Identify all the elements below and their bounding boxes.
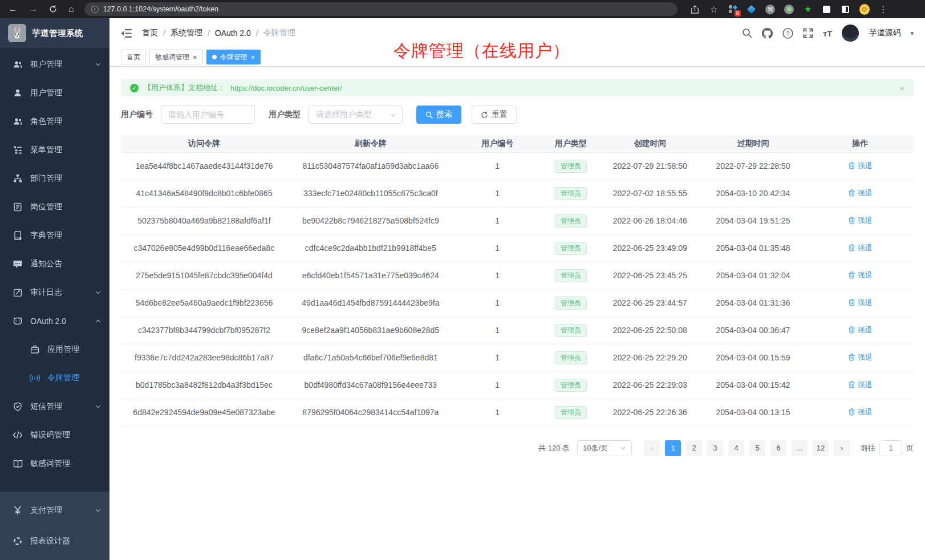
- user-name[interactable]: 芋道源码: [869, 28, 900, 38]
- force-logout-button[interactable]: 强退: [848, 243, 873, 253]
- doc-alert-banner: ✓ 【用户体系】文档地址： https://doc.iocoder.cn/use…: [121, 79, 914, 96]
- tab-1[interactable]: 敏感词管理×: [149, 50, 203, 64]
- sidebar-item-report[interactable]: 报表设计器: [0, 526, 109, 557]
- tab-close-icon[interactable]: ×: [193, 54, 197, 61]
- fullscreen-button[interactable]: [803, 28, 813, 38]
- alert-doc-link[interactable]: https://doc.iocoder.cn/user-center/: [230, 84, 342, 92]
- user-type-badge: 管理员: [555, 379, 587, 392]
- tab-close-icon[interactable]: ×: [251, 54, 255, 61]
- puzzle-extensions-icon[interactable]: [822, 4, 832, 14]
- table-row: 54d6be82ee5a460a9aedc1f9bf22365649d1aa46…: [121, 289, 914, 316]
- sidebar-item-oauth2-app[interactable]: 应用管理: [0, 335, 109, 364]
- page-button-12[interactable]: 12: [813, 440, 829, 456]
- table-row: 502375b8040a469a9b82188afdf6af1fbe90422b…: [121, 207, 914, 234]
- back-button[interactable]: ←: [8, 5, 17, 14]
- force-logout-button[interactable]: 强退: [848, 270, 873, 281]
- reload-button[interactable]: [49, 5, 57, 13]
- sidebar-item-notice[interactable]: 通知公告: [0, 250, 109, 278]
- sidebar-item-dict[interactable]: 字典管理: [0, 221, 109, 250]
- gem-extension-icon[interactable]: [747, 4, 757, 14]
- breadcrumb-item[interactable]: 首页: [142, 28, 158, 38]
- tab-2[interactable]: 令牌管理×: [206, 50, 261, 64]
- sidebar-item-oauth2-token[interactable]: 令牌管理: [0, 364, 109, 392]
- force-logout-button[interactable]: 强退: [848, 325, 873, 335]
- sidebar-fold-button[interactable]: [121, 29, 132, 38]
- trash-icon: [848, 299, 855, 306]
- table-body: 1ea5e44f8bc1467aaede43144f31de76811c5304…: [121, 152, 914, 426]
- page-button-1[interactable]: 1: [665, 440, 681, 456]
- trash-icon: [848, 408, 855, 416]
- user-avatar[interactable]: [842, 25, 859, 42]
- force-logout-button[interactable]: 强退: [848, 407, 873, 417]
- sidebar-item-sms[interactable]: 短信管理: [0, 392, 109, 421]
- sidebar-item-sensitive[interactable]: 敏感词管理: [0, 449, 109, 478]
- search-icon: [742, 28, 752, 38]
- evernote-extension-icon[interactable]: ★: [803, 4, 813, 14]
- sidebar-item-role[interactable]: 角色管理: [0, 107, 109, 136]
- expire-time-cell: 2054-03-04 00:13:15: [700, 399, 807, 426]
- trash-icon: [848, 326, 855, 334]
- page-size-select[interactable]: 10条/页: [577, 440, 632, 456]
- force-logout-button[interactable]: 强退: [848, 188, 873, 198]
- breadcrumb-separator: /: [256, 29, 258, 38]
- browser-profile-avatar[interactable]: ☺: [859, 4, 870, 14]
- expire-time-cell: 2054-03-04 19:51:25: [700, 207, 807, 234]
- page-button-2[interactable]: 2: [686, 440, 702, 456]
- split-screen-icon[interactable]: [841, 4, 851, 14]
- breadcrumb-item[interactable]: 系统管理: [171, 28, 202, 38]
- force-logout-button[interactable]: 强退: [848, 216, 873, 226]
- help-button[interactable]: ?: [782, 28, 793, 39]
- alert-close-icon[interactable]: ×: [899, 84, 904, 92]
- sidebar-item-audit[interactable]: 审计日志: [0, 278, 109, 307]
- sidebar-item-menu[interactable]: 菜单管理: [0, 136, 109, 164]
- sidebar-item-pay[interactable]: 支付管理: [0, 495, 109, 526]
- force-logout-button[interactable]: 强退: [848, 161, 873, 171]
- sidebar-item-post[interactable]: 岗位管理: [0, 193, 109, 221]
- home-button[interactable]: ⌂: [68, 5, 74, 14]
- page-button-4[interactable]: 4: [728, 440, 744, 456]
- url-bar[interactable]: i 127.0.0.1:1024/system/oauth2/token: [84, 2, 677, 16]
- page-button-3[interactable]: 3: [707, 440, 723, 456]
- forward-button[interactable]: →: [29, 5, 38, 14]
- browser-menu-kebab[interactable]: ⋮: [878, 4, 889, 14]
- sidebar-item-dept[interactable]: 部门管理: [0, 164, 109, 193]
- column-header: 刷新令牌: [287, 135, 454, 152]
- recorder-extension-icon[interactable]: [784, 4, 794, 14]
- force-logout-button[interactable]: 强退: [848, 352, 873, 363]
- dict-book-icon: [13, 231, 23, 240]
- sidebar-item-errcode[interactable]: 错误码管理: [0, 421, 109, 449]
- header-search-button[interactable]: [742, 28, 752, 38]
- bookmark-star-button[interactable]: ☆: [709, 4, 719, 14]
- search-button[interactable]: 搜索: [416, 105, 461, 124]
- share-button[interactable]: [690, 4, 700, 14]
- user-type-select[interactable]: 请选择用户类型: [309, 105, 403, 124]
- command-extension-icon[interactable]: ⌘: [765, 4, 776, 14]
- goto-page-input[interactable]: [879, 440, 902, 456]
- extension-grid-icon[interactable]: 9: [728, 4, 738, 14]
- sidebar-item-tenant[interactable]: 租户管理: [0, 50, 109, 79]
- caret-down-icon[interactable]: ▾: [910, 30, 914, 37]
- github-button[interactable]: [762, 28, 773, 39]
- sidebar-item-user[interactable]: 用户管理: [0, 79, 109, 107]
- breadcrumb-item[interactable]: OAuth 2.0: [215, 29, 251, 38]
- sidebar-item-oauth2[interactable]: OAuth 2.0: [0, 307, 109, 335]
- prev-page-button[interactable]: ‹: [644, 440, 660, 456]
- page-button-6[interactable]: 6: [770, 440, 786, 456]
- force-logout-button[interactable]: 强退: [848, 298, 873, 308]
- trash-icon: [848, 217, 855, 224]
- more-pages-button[interactable]: ...: [792, 440, 808, 456]
- next-page-button[interactable]: ›: [834, 440, 850, 456]
- user-id-input[interactable]: [161, 105, 255, 124]
- chevron-down-icon: [95, 61, 102, 68]
- success-check-icon: ✓: [130, 84, 139, 92]
- column-header: 用户编号: [454, 135, 541, 152]
- page-button-5[interactable]: 5: [749, 440, 765, 456]
- tags-view-bar: 首页敏感词管理×令牌管理× 令牌管理（在线用户）: [109, 48, 925, 67]
- user-type-badge: 管理员: [555, 214, 587, 228]
- site-info-icon[interactable]: i: [91, 6, 99, 13]
- yen-icon: [13, 506, 23, 515]
- force-logout-button[interactable]: 强退: [848, 380, 873, 390]
- font-size-button[interactable]: тT: [823, 29, 833, 38]
- tab-0[interactable]: 首页: [121, 50, 146, 64]
- reset-button[interactable]: 重置: [472, 105, 517, 124]
